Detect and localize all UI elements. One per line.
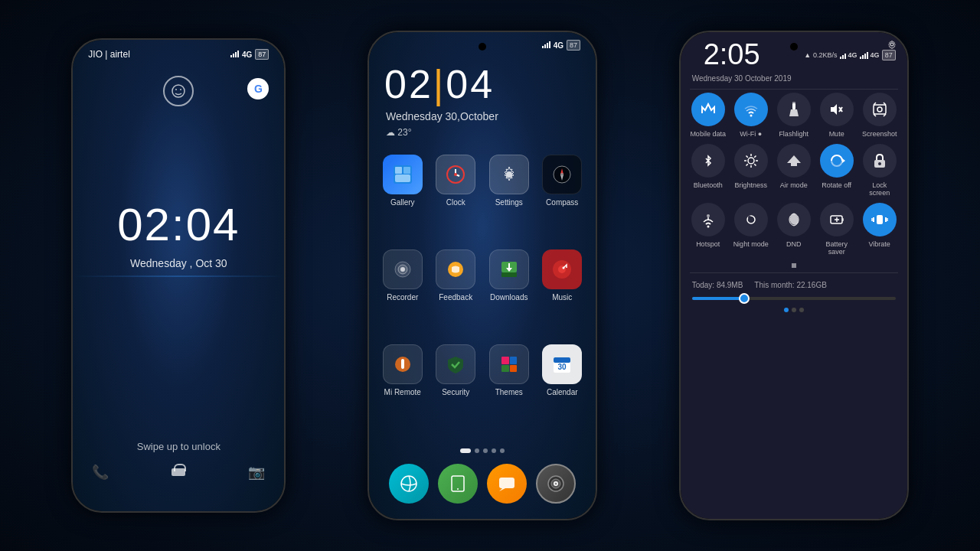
ctrl-mute[interactable]: Mute — [818, 93, 855, 138]
lock-status-bar: JIO | airtel 4G 87 — [73, 40, 284, 64]
lock-time: 02:04 — [117, 198, 240, 251]
battery-saver-icon — [820, 203, 854, 236]
airmode-label: Air mode — [780, 181, 808, 189]
themes-label: Themes — [495, 388, 523, 396]
flashlight-label: Flashlight — [779, 130, 808, 138]
flashlight-icon — [777, 93, 811, 126]
nightmode-icon — [734, 203, 768, 236]
ctrl-screenshot[interactable]: Screenshot — [861, 93, 898, 138]
battery-icon: 87 — [255, 49, 269, 60]
ctrl-nightmode[interactable]: Night mode — [733, 203, 769, 256]
compass-icon — [542, 155, 582, 194]
ctrl-airmode[interactable]: Air mode — [776, 144, 812, 197]
home-weather: ☁ 23° — [369, 126, 596, 139]
compass-label: Compass — [546, 198, 578, 207]
net-speed: 0.2KB/s — [813, 51, 838, 59]
svg-point-46 — [750, 115, 752, 117]
battery-saver-label: Battery saver — [818, 240, 855, 256]
recorder-icon — [383, 249, 423, 289]
svg-point-0 — [172, 85, 185, 97]
temperature: 23° — [397, 127, 411, 138]
ctrl-rotate[interactable]: Rotate off — [818, 144, 855, 197]
app-downloads[interactable]: Downloads — [487, 249, 531, 335]
phone-1: JIO | airtel 4G 87 — [71, 38, 286, 513]
screenshot-icon — [863, 93, 897, 126]
lock-bottom: Swipe up to unlock 📞 📷 — [73, 441, 284, 481]
ctrl-wifi[interactable]: Wi-Fi ● — [733, 93, 769, 138]
ctrl-brightness[interactable]: Brightness — [733, 144, 769, 197]
app-compass[interactable]: Compass — [540, 155, 584, 240]
svg-point-1 — [175, 89, 177, 90]
svg-point-44 — [554, 483, 557, 485]
app-clock[interactable]: Clock — [433, 155, 478, 240]
dock-camera[interactable] — [536, 464, 576, 504]
brightness-slider[interactable] — [692, 297, 896, 300]
ctrl-lockscreen[interactable]: Lock screen — [861, 144, 898, 197]
battery-icon-2: 87 — [567, 40, 580, 51]
app-miremote[interactable]: Mi Remote — [381, 344, 425, 430]
svg-text:30: 30 — [558, 363, 567, 371]
dock-phone[interactable] — [438, 464, 478, 504]
phone-3: 2:05 ▲ 0.2KB/s 4G 4G 87 — [679, 31, 909, 520]
google-icon[interactable]: G — [247, 78, 269, 99]
ctrl-mobile-data[interactable]: Mobile data — [690, 93, 727, 138]
app-music[interactable]: Music — [540, 249, 584, 335]
time-hour: 02 — [384, 61, 433, 107]
app-recorder[interactable]: Recorder — [381, 249, 425, 335]
dock-messages[interactable] — [487, 464, 527, 504]
svg-point-2 — [180, 89, 181, 90]
ctrl-battery[interactable]: Battery saver — [818, 203, 855, 256]
home-date: Wednesday 30,October — [369, 107, 596, 126]
ctrl-hotspot[interactable]: Hotspot — [690, 203, 727, 256]
rotate-icon — [820, 144, 854, 178]
face-unlock-icon[interactable] — [163, 76, 194, 106]
nightmode-label: Night mode — [733, 240, 769, 248]
signal-icon-2 — [542, 41, 550, 50]
svg-rect-52 — [874, 105, 886, 114]
ctrl-flashlight[interactable]: Flashlight — [776, 93, 812, 138]
settings-gear-icon[interactable] — [887, 40, 897, 49]
main-scene: JIO | airtel 4G 87 — [0, 0, 980, 551]
mobile-data-icon — [691, 93, 725, 126]
control-grid: Mobile data Wi-Fi ● — [681, 90, 907, 262]
ctrl-time: 2:05 — [692, 38, 772, 71]
app-themes[interactable]: Themes — [487, 344, 531, 430]
ctrl-dnd[interactable]: DND — [776, 203, 812, 256]
svg-rect-35 — [554, 357, 570, 363]
music-icon — [542, 249, 582, 289]
app-security[interactable]: Security — [433, 344, 478, 430]
ctrl-status-bar: 2:05 ▲ 0.2KB/s 4G 4G 87 — [681, 32, 907, 74]
app-settings[interactable]: Settings — [487, 155, 531, 240]
settings-icon — [489, 155, 529, 194]
4g-label: 4G — [848, 51, 858, 59]
dock-browser[interactable] — [389, 464, 429, 504]
swipe-text: Swipe up to unlock — [137, 441, 220, 452]
svg-rect-21 — [501, 272, 517, 277]
app-calendar[interactable]: 30 Calendar — [540, 344, 584, 430]
feedback-label: Feedback — [439, 293, 472, 302]
svg-point-38 — [457, 488, 459, 490]
svg-rect-32 — [501, 365, 509, 372]
app-grid: Gallery Clock — [369, 139, 596, 445]
time-sep: | — [433, 61, 446, 107]
ctrl-bluetooth[interactable]: Bluetooth — [690, 144, 727, 197]
themes-icon — [489, 344, 529, 384]
phone-2-screen: 4G 87 02|04 Wednesday 30,October ☁ 23° — [369, 32, 596, 519]
mute-icon — [820, 93, 854, 126]
ctrl-vibrate[interactable]: Vibrate — [861, 203, 898, 256]
app-feedback[interactable]: Feedback — [433, 249, 478, 335]
svg-rect-47 — [792, 103, 795, 109]
phone-3-screen: 2:05 ▲ 0.2KB/s 4G 4G 87 — [681, 32, 907, 519]
lock-icon — [172, 464, 185, 481]
brightness-fill — [692, 297, 743, 300]
airmode-icon — [777, 144, 811, 178]
data-usage: Today: 84.9MB This month: 22.16GB — [681, 276, 907, 294]
rotate-label: Rotate off — [822, 181, 851, 189]
home-screen: 4G 87 02|04 Wednesday 30,October ☁ 23° — [369, 32, 596, 519]
svg-rect-5 — [395, 167, 402, 174]
app-gallery[interactable]: Gallery — [381, 155, 425, 240]
brightness-handle[interactable] — [739, 293, 750, 304]
svg-point-18 — [400, 267, 405, 272]
bluetooth-icon — [691, 144, 725, 178]
svg-rect-39 — [499, 478, 514, 488]
